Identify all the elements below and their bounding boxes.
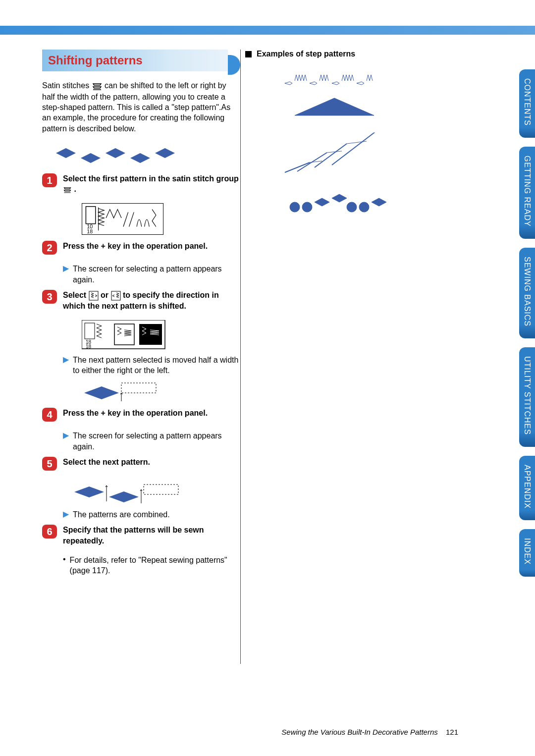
svg-marker-19 — [74, 486, 104, 497]
shift-right-icon — [111, 291, 121, 301]
svg-marker-31 — [372, 198, 386, 206]
result-arrow-icon: ▶ — [63, 355, 69, 376]
tab-contents[interactable]: CONTENTS — [519, 69, 535, 138]
step-text: Press the + key in the operation panel. — [63, 242, 208, 250]
section-crescent-icon — [228, 55, 240, 75]
footer-section: Sewing the Various Built-In Decorative P… — [281, 728, 437, 736]
svg-marker-1 — [81, 153, 101, 163]
step-5: 5 Select the next pattern. — [42, 457, 240, 471]
step-2: 2 Press the + key in the operation panel… — [42, 241, 240, 255]
right-column: Examples of step patterns — [245, 50, 436, 664]
svg-marker-2 — [106, 148, 125, 158]
result-arrow-icon: ▶ — [63, 509, 69, 520]
combo-figure — [72, 480, 183, 504]
tab-utility-stitches[interactable]: UTILITY STITCHES — [519, 347, 535, 447]
step-number: 6 — [42, 525, 57, 539]
svg-marker-27 — [315, 198, 329, 206]
step-2-result: ▶ The screen for selecting a pattern app… — [63, 264, 240, 285]
step-text: Press the + key in the operation panel. — [63, 409, 208, 417]
svg-rect-17 — [121, 383, 156, 393]
step-text: . — [74, 185, 76, 193]
svg-marker-4 — [155, 148, 175, 158]
example-pattern-figure — [46, 141, 185, 163]
left-column: Shifting patterns Satin stitches can be … — [42, 50, 240, 664]
square-bullet-icon — [245, 51, 252, 57]
svg-marker-28 — [332, 194, 347, 202]
satin-stitch-icon — [63, 185, 72, 194]
svg-text:18: 18 — [87, 228, 93, 234]
step-number: 2 — [42, 241, 57, 255]
column-divider — [240, 50, 241, 664]
step-body: Select the first pattern in the satin st… — [63, 173, 240, 195]
tab-getting-ready[interactable]: GETTING READY — [519, 147, 535, 239]
step-text: Select the first pattern in the satin st… — [63, 174, 239, 183]
step-1: 1 Select the first pattern in the satin … — [42, 173, 240, 195]
svg-point-25 — [290, 202, 300, 212]
shift-figure — [82, 380, 163, 403]
step-number: 1 — [42, 173, 57, 187]
step-text: Select the next pattern. — [63, 458, 150, 466]
bullet-icon: • — [63, 555, 66, 576]
step-number: 3 — [42, 290, 57, 304]
step-6-bullet: • For details, refer to "Repeat sewing p… — [63, 555, 240, 576]
result-arrow-icon: ▶ — [63, 431, 69, 452]
step-text: Select — [63, 291, 89, 299]
panel-figure-3: 1818 — [82, 320, 166, 350]
result-text: The screen for selecting a pattern appea… — [73, 264, 240, 285]
examples-figure — [280, 63, 389, 217]
step-body: Press the + key in the operation panel. — [63, 241, 240, 255]
step-body: Specify that the patterns will be sewn r… — [63, 525, 240, 546]
step-number: 5 — [42, 457, 57, 471]
shift-left-icon — [89, 291, 99, 301]
svg-point-30 — [359, 202, 369, 212]
satin-stitch-icon — [92, 81, 103, 92]
tab-index[interactable]: INDEX — [519, 529, 535, 577]
svg-marker-0 — [56, 148, 76, 158]
svg-rect-11 — [85, 323, 95, 339]
svg-marker-3 — [130, 153, 150, 163]
svg-marker-24 — [295, 98, 374, 115]
tab-appendix[interactable]: APPENDIX — [519, 456, 535, 521]
content: Shifting patterns Satin stitches can be … — [0, 35, 535, 664]
step-body: Select or to specify the direction in wh… — [63, 290, 240, 311]
section-title: Shifting patterns — [48, 54, 143, 67]
result-arrow-icon: ▶ — [63, 264, 69, 285]
result-text: The screen for selecting a pattern appea… — [73, 431, 240, 452]
examples-title: Examples of step patterns — [245, 50, 436, 58]
panel-figure-1: 1018 — [82, 203, 163, 235]
tab-sewing-basics[interactable]: SEWING BASICS — [519, 248, 535, 338]
step-3: 3 Select or to specify the direction in … — [42, 290, 240, 311]
page-number: 121 — [446, 728, 458, 736]
step-5-result: ▶ The patterns are combined. — [63, 509, 240, 520]
bullet-text: For details, refer to "Repeat sewing pat… — [70, 555, 240, 576]
step-4-result: ▶ The screen for selecting a pattern app… — [63, 431, 240, 452]
step-6: 6 Specify that the patterns will be sewn… — [42, 525, 240, 546]
step-number: 4 — [42, 408, 57, 422]
examples-title-text: Examples of step patterns — [257, 50, 355, 58]
intro-a: Satin stitches — [42, 81, 92, 90]
svg-marker-20 — [109, 491, 139, 502]
step-3-result: ▶ The next pattern selected is moved hal… — [63, 355, 240, 376]
step-text: or — [101, 291, 110, 299]
side-tabs: CONTENTS GETTING READY SEWING BASICS UTI… — [519, 69, 535, 577]
result-text: The patterns are combined. — [73, 509, 170, 520]
footer: Sewing the Various Built-In Decorative P… — [0, 728, 535, 736]
intro-paragraph: Satin stitches can be shifted to the lef… — [42, 80, 240, 134]
header-bar — [0, 26, 535, 35]
step-4: 4 Press the + key in the operation panel… — [42, 408, 240, 422]
result-text: The next pattern selected is moved half … — [73, 355, 240, 376]
svg-marker-16 — [84, 386, 119, 399]
svg-text:18: 18 — [86, 344, 92, 349]
step-body: Press the + key in the operation panel. — [63, 408, 240, 422]
step-text: Specify that the patterns will be sewn r… — [63, 526, 204, 544]
svg-point-26 — [302, 202, 312, 212]
svg-rect-22 — [144, 485, 178, 494]
svg-rect-5 — [86, 207, 95, 224]
section-header: Shifting patterns — [42, 50, 228, 71]
svg-point-29 — [347, 202, 357, 212]
step-body: Select the next pattern. — [63, 457, 240, 471]
